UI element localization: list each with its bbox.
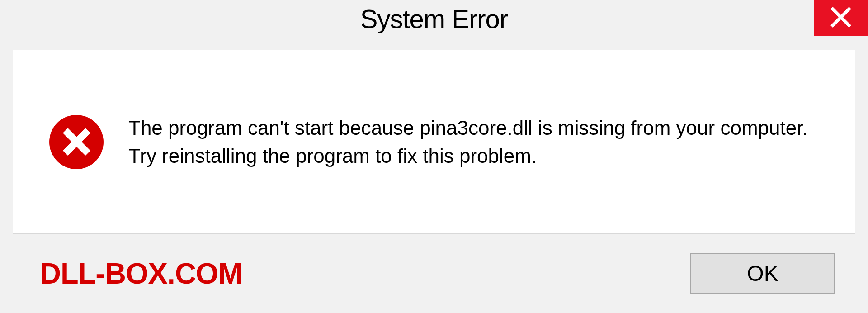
brand-watermark: DLL-BOX.COM [40, 256, 242, 290]
ok-button[interactable]: OK [690, 253, 835, 294]
dialog-footer: DLL-BOX.COM OK [13, 234, 855, 313]
close-button[interactable] [814, 0, 868, 36]
message-box: The program can't start because pina3cor… [13, 50, 855, 234]
error-icon [49, 115, 104, 169]
titlebar: System Error [0, 0, 868, 45]
error-dialog: System Error The program can't start bec… [0, 0, 868, 313]
content-area: The program can't start because pina3cor… [0, 45, 868, 313]
ok-button-label: OK [747, 261, 778, 286]
error-message: The program can't start because pina3cor… [128, 114, 819, 170]
dialog-title: System Error [360, 4, 508, 34]
close-icon [830, 6, 852, 30]
